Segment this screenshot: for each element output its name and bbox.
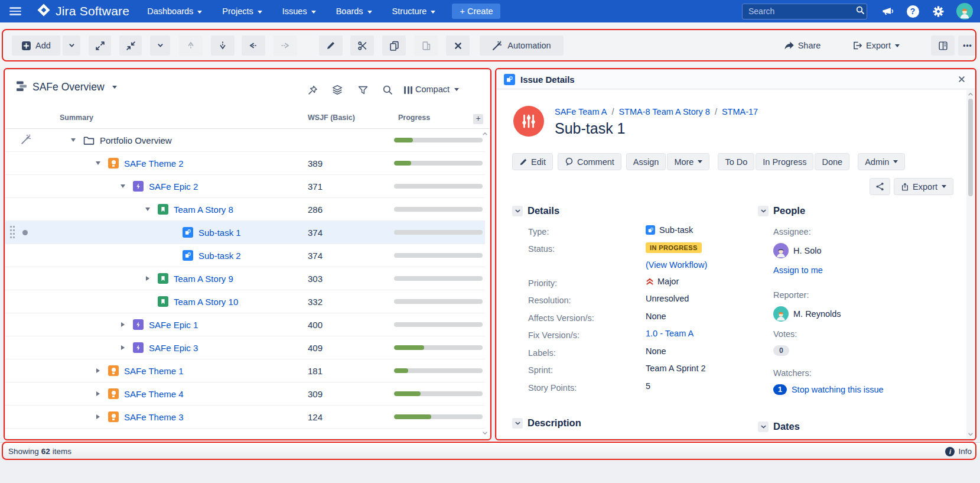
announcements-megaphone-icon[interactable] xyxy=(880,4,894,18)
share-button[interactable]: Share xyxy=(779,35,826,56)
automation-wand-icon[interactable] xyxy=(21,134,32,147)
jira-logo[interactable]: Jira Software xyxy=(37,3,129,20)
more-options-button[interactable]: ••• xyxy=(958,35,977,56)
issue-link[interactable]: SAFe Theme 1 xyxy=(124,366,184,376)
search-input[interactable] xyxy=(748,7,855,16)
table-row[interactable]: SAFe Epic 2 371 xyxy=(5,175,485,198)
scroll-down-icon[interactable] xyxy=(481,429,489,436)
nav-structure[interactable]: Structure xyxy=(392,7,436,16)
info-button[interactable]: i Info xyxy=(945,447,972,456)
view-workflow-link[interactable]: (View Workflow) xyxy=(646,260,707,270)
layers-icon[interactable] xyxy=(331,84,343,96)
issue-link[interactable]: Sub-task 2 xyxy=(198,251,241,261)
breadcrumb-parent-link[interactable]: STMA-8 Team A Story 8 xyxy=(607,107,710,116)
table-row[interactable]: SAFe Theme 3 124 xyxy=(5,406,485,429)
collapse-dates-icon[interactable] xyxy=(758,422,769,432)
nav-projects[interactable]: Projects xyxy=(222,7,262,16)
add-button[interactable]: Add xyxy=(12,35,60,56)
table-row[interactable]: SAFe Epic 1 400 xyxy=(5,313,485,336)
structure-selector[interactable]: SAFe Overview xyxy=(16,80,117,94)
expander-collapse-icon[interactable] xyxy=(94,161,102,165)
column-progress[interactable]: Progress xyxy=(394,114,483,128)
comment-button[interactable]: Comment xyxy=(558,153,621,170)
pin-icon[interactable] xyxy=(307,84,318,96)
nav-dashboards[interactable]: Dashboards xyxy=(147,7,202,16)
export-button[interactable]: Export xyxy=(846,35,906,56)
move-up-icon[interactable] xyxy=(179,35,203,56)
expander-collapse-icon[interactable] xyxy=(69,138,77,142)
issue-link[interactable]: Sub-task 1 xyxy=(198,228,241,238)
panel-layout-icon[interactable] xyxy=(931,35,955,56)
share-nodes-button[interactable] xyxy=(870,178,890,195)
filter-funnel-icon[interactable] xyxy=(357,84,369,96)
edit-button[interactable]: Edit xyxy=(512,153,553,170)
collapse-description-icon[interactable] xyxy=(512,418,523,429)
outdent-icon[interactable] xyxy=(242,35,265,56)
issue-export-button[interactable]: Export xyxy=(894,178,953,195)
issue-link[interactable]: Team A Story 10 xyxy=(174,297,238,307)
add-dropdown-button[interactable] xyxy=(63,35,80,56)
user-avatar[interactable] xyxy=(956,3,973,20)
paste-icon[interactable] xyxy=(414,35,438,56)
add-column-button[interactable]: + xyxy=(473,114,483,124)
issue-link[interactable]: SAFe Epic 2 xyxy=(149,181,198,192)
collapse-all-icon[interactable] xyxy=(119,35,142,56)
search-icon[interactable] xyxy=(382,84,393,96)
close-icon[interactable] xyxy=(956,73,968,85)
help-icon[interactable]: ? xyxy=(906,4,920,18)
left-panel-scrollbar[interactable] xyxy=(481,129,489,437)
expander-expand-icon[interactable] xyxy=(94,368,102,373)
expander-expand-icon[interactable] xyxy=(94,391,102,396)
table-row[interactable]: Portfolio Overview xyxy=(5,129,485,152)
scroll-up-icon[interactable] xyxy=(481,130,489,137)
table-row[interactable]: Sub-task 2 374 xyxy=(5,244,485,267)
assign-to-me-link[interactable]: Assign to me xyxy=(773,265,823,275)
table-row[interactable]: Team A Story 10 332 xyxy=(5,290,485,313)
hamburger-menu-icon[interactable] xyxy=(9,7,21,15)
inprogress-transition-button[interactable]: In Progress xyxy=(756,153,813,170)
done-transition-button[interactable]: Done xyxy=(815,153,849,170)
scrollbar-thumb[interactable] xyxy=(968,99,973,196)
table-row[interactable]: SAFe Epic 3 409 xyxy=(5,336,485,359)
table-row[interactable]: SAFe Theme 1 181 xyxy=(5,359,485,382)
table-row-selected[interactable]: Sub-task 1 374 xyxy=(5,221,485,244)
table-row[interactable]: Team A Story 9 303 xyxy=(5,267,485,290)
indent-icon[interactable] xyxy=(274,35,297,56)
drag-handle[interactable] xyxy=(10,226,15,239)
issue-panel-scrollbar[interactable] xyxy=(966,90,974,438)
view-selector[interactable]: Compact xyxy=(415,85,459,94)
column-summary[interactable]: Summary xyxy=(5,114,308,128)
expand-level-dropdown-button[interactable] xyxy=(150,35,170,56)
issue-link[interactable]: Team A Story 9 xyxy=(174,274,233,284)
table-row[interactable]: Team A Story 8 286 xyxy=(5,198,485,221)
expander-expand-icon[interactable] xyxy=(94,414,102,419)
breadcrumb-project-link[interactable]: SAFe Team A xyxy=(555,107,607,116)
issue-link[interactable]: SAFe Theme 4 xyxy=(124,389,184,399)
columns-icon[interactable] xyxy=(402,84,414,96)
collapse-people-icon[interactable] xyxy=(758,206,769,216)
expander-collapse-icon[interactable] xyxy=(119,184,127,188)
issue-link[interactable]: SAFe Theme 3 xyxy=(124,412,184,422)
admin-button[interactable]: Admin xyxy=(858,153,905,170)
expand-all-icon[interactable] xyxy=(89,35,111,56)
votes-value[interactable]: 0 xyxy=(773,345,789,356)
scroll-down-icon[interactable] xyxy=(967,430,974,437)
issue-link[interactable]: SAFe Epic 3 xyxy=(149,343,198,353)
breadcrumb-issue-key-link[interactable]: STMA-17 xyxy=(710,107,758,116)
search-icon[interactable] xyxy=(855,5,865,17)
delete-x-icon[interactable] xyxy=(446,35,470,56)
stop-watching-link[interactable]: Stop watching this issue xyxy=(792,385,884,394)
nav-issues[interactable]: Issues xyxy=(282,7,316,16)
issue-link[interactable]: SAFe Theme 2 xyxy=(124,158,184,168)
expander-expand-icon[interactable] xyxy=(144,276,152,281)
more-button[interactable]: More xyxy=(667,153,709,170)
table-row[interactable]: SAFe Theme 2 389 xyxy=(5,152,485,175)
fix-version-link[interactable]: 1.0 - Team A xyxy=(646,329,694,338)
scroll-up-icon[interactable] xyxy=(967,90,974,98)
column-wsjf[interactable]: WSJF (Basic) xyxy=(308,114,394,128)
watchers-count-badge[interactable]: 1 xyxy=(773,384,787,395)
expander-expand-icon[interactable] xyxy=(119,345,127,350)
issue-link[interactable]: SAFe Epic 1 xyxy=(149,320,198,330)
move-down-icon[interactable] xyxy=(211,35,235,56)
automation-button[interactable]: Automation xyxy=(480,35,564,56)
